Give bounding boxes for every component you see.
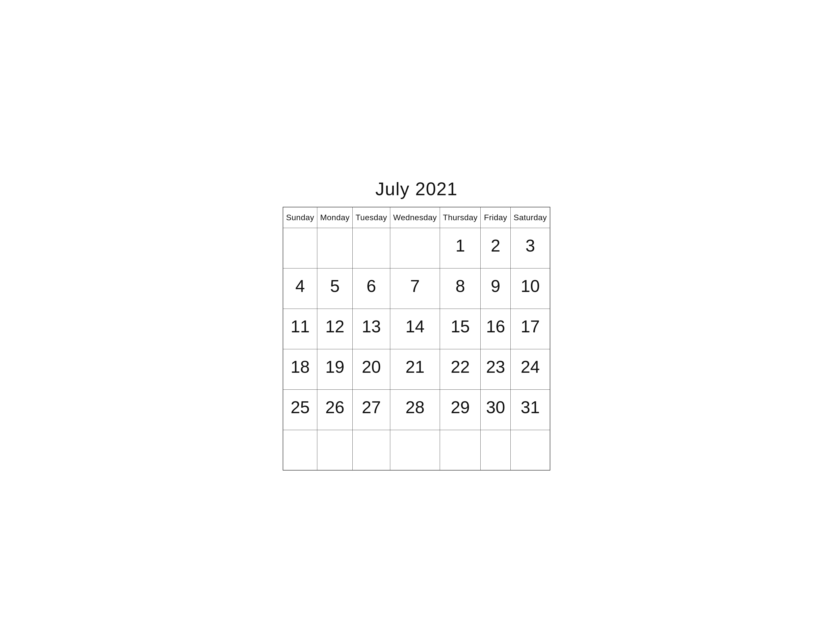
day-header-tuesday: Tuesday: [353, 207, 390, 228]
calendar-day-12[interactable]: 12: [317, 309, 352, 349]
day-header-thursday: Thursday: [440, 207, 481, 228]
calendar-day-empty: [317, 430, 352, 470]
calendar-day-6[interactable]: 6: [353, 268, 390, 309]
calendar-day-21[interactable]: 21: [390, 349, 440, 390]
calendar-day-1[interactable]: 1: [440, 228, 481, 268]
calendar-day-24[interactable]: 24: [511, 349, 550, 390]
calendar-day-28[interactable]: 28: [390, 390, 440, 430]
calendar-day-11[interactable]: 11: [283, 309, 317, 349]
calendar-day-empty: [283, 430, 317, 470]
calendar-day-30[interactable]: 30: [481, 390, 511, 430]
calendar-day-27[interactable]: 27: [353, 390, 390, 430]
calendar-day-18[interactable]: 18: [283, 349, 317, 390]
calendar-day-9[interactable]: 9: [481, 268, 511, 309]
days-of-week-row: SundayMondayTuesdayWednesdayThursdayFrid…: [283, 207, 550, 228]
calendar-day-empty: [353, 228, 390, 268]
calendar-day-4[interactable]: 4: [283, 268, 317, 309]
calendar-day-14[interactable]: 14: [390, 309, 440, 349]
calendar-grid: SundayMondayTuesdayWednesdayThursdayFrid…: [283, 207, 550, 471]
calendar-day-31[interactable]: 31: [511, 390, 550, 430]
calendar-day-2[interactable]: 2: [481, 228, 511, 268]
calendar-day-13[interactable]: 13: [353, 309, 390, 349]
calendar-day-5[interactable]: 5: [317, 268, 352, 309]
calendar-day-22[interactable]: 22: [440, 349, 481, 390]
calendar-week-5: [283, 430, 550, 470]
calendar-day-26[interactable]: 26: [317, 390, 352, 430]
calendar-day-3[interactable]: 3: [511, 228, 550, 268]
day-header-sunday: Sunday: [283, 207, 317, 228]
calendar-day-empty: [353, 430, 390, 470]
calendar-week-2: 11121314151617: [283, 309, 550, 349]
calendar-day-15[interactable]: 15: [440, 309, 481, 349]
calendar-week-4: 25262728293031: [283, 390, 550, 430]
calendar-day-20[interactable]: 20: [353, 349, 390, 390]
calendar-day-8[interactable]: 8: [440, 268, 481, 309]
calendar-day-empty: [317, 228, 352, 268]
calendar-day-23[interactable]: 23: [481, 349, 511, 390]
calendar-day-empty: [390, 228, 440, 268]
calendar-day-19[interactable]: 19: [317, 349, 352, 390]
calendar-day-16[interactable]: 16: [481, 309, 511, 349]
day-header-friday: Friday: [481, 207, 511, 228]
day-header-monday: Monday: [317, 207, 352, 228]
calendar-day-17[interactable]: 17: [511, 309, 550, 349]
calendar-header: SundayMondayTuesdayWednesdayThursdayFrid…: [283, 207, 550, 228]
calendar-day-empty: [440, 430, 481, 470]
calendar-container: July 2021 SundayMondayTuesdayWednesdayTh…: [278, 169, 555, 476]
calendar-day-29[interactable]: 29: [440, 390, 481, 430]
day-header-saturday: Saturday: [511, 207, 550, 228]
calendar-day-empty: [283, 228, 317, 268]
calendar-day-empty: [390, 430, 440, 470]
calendar-day-10[interactable]: 10: [511, 268, 550, 309]
calendar-title: July 2021: [283, 179, 550, 199]
calendar-day-empty: [511, 430, 550, 470]
calendar-week-1: 45678910: [283, 268, 550, 309]
calendar-body: 1234567891011121314151617181920212223242…: [283, 228, 550, 470]
day-header-wednesday: Wednesday: [390, 207, 440, 228]
calendar-day-7[interactable]: 7: [390, 268, 440, 309]
calendar-week-0: 123: [283, 228, 550, 268]
calendar-day-empty: [481, 430, 511, 470]
calendar-day-25[interactable]: 25: [283, 390, 317, 430]
calendar-week-3: 18192021222324: [283, 349, 550, 390]
